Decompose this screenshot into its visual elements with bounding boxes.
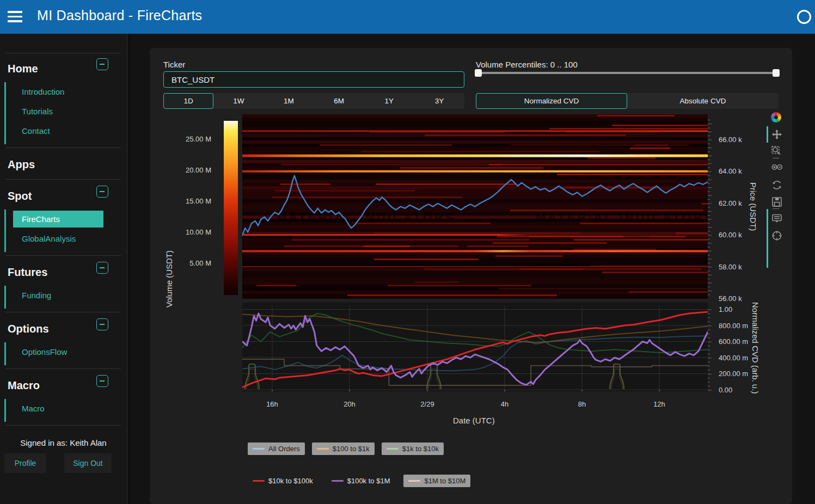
legend-item-all-orders[interactable]: All Orders <box>248 442 305 455</box>
legend-label: $100 to $1k <box>333 445 370 453</box>
volume-colorbar <box>224 121 238 295</box>
collapse-button-options[interactable] <box>96 318 108 330</box>
legend-row-small-orders: All Orders$100 to $1k$1k to $10k <box>248 442 444 455</box>
legend-label: $100k to $1M <box>347 477 390 485</box>
price-tick-label: 62.00 k <box>719 199 742 207</box>
section-heading-options: Options <box>8 323 49 335</box>
sidebar-section-divider <box>5 147 121 148</box>
legend-swatch <box>253 480 265 482</box>
sidebar-section-divider <box>5 425 121 426</box>
range-button-1d[interactable]: 1D <box>163 93 213 109</box>
colorbar-tick-label: 20.00 M <box>163 166 211 174</box>
save-icon[interactable] <box>771 196 783 208</box>
range-button-1w[interactable]: 1W <box>213 93 264 109</box>
percentile-slider-track[interactable] <box>476 72 779 74</box>
autoscale-icon[interactable] <box>771 179 783 191</box>
section-accent-bar <box>4 286 6 309</box>
ticker-input[interactable] <box>163 71 464 88</box>
box-zoom-icon[interactable] <box>771 145 783 157</box>
cvd-button-absolute-cvd[interactable]: Absolute CVD <box>627 93 779 109</box>
pan-icon[interactable] <box>771 128 783 140</box>
signed-in-text: Signed in as: Keith Alan <box>0 438 127 447</box>
app-header: MI Dashboard - FireCharts <box>0 0 815 34</box>
section-heading-futures: Futures <box>8 266 47 279</box>
section-heading-apps: Apps <box>8 158 35 171</box>
price-volume-heatmap[interactable]: MATERIAL INDICATORSMATERIAL INDICATORS <box>242 114 708 299</box>
toolbar-active-bar <box>767 209 768 268</box>
svg-text:MATERIAL INDICATORS: MATERIAL INDICATORS <box>536 211 708 224</box>
x-tick-label: 20h <box>339 400 360 408</box>
x-tick-label: 4h <box>494 400 516 408</box>
legend-label: $1M to $10M <box>424 477 465 485</box>
right-axis-ticks <box>708 112 720 408</box>
profile-button[interactable]: Profile <box>4 453 46 473</box>
price-tick-label: 60.00 k <box>719 231 742 239</box>
cvd-button-normalized-cvd[interactable]: Normalized CVD <box>476 93 627 109</box>
sidebar-section-divider <box>5 312 121 312</box>
percentile-slider-handle-low[interactable] <box>475 69 482 77</box>
section-accent-bar <box>4 210 6 252</box>
cvd-tick-label: 0.00 <box>719 386 732 394</box>
cvd-axis-title: Normalized CVD (arb. u.) <box>751 302 760 394</box>
legend-item--10k-to-100k[interactable]: $10k to $100k <box>248 475 318 487</box>
sidebar-item-introduction[interactable]: Introduction <box>13 83 111 100</box>
range-button-6m[interactable]: 6M <box>314 93 364 109</box>
range-button-1y[interactable]: 1Y <box>364 93 414 109</box>
price-tick-label: 64.00 k <box>719 167 742 175</box>
range-button-1m[interactable]: 1M <box>264 93 314 109</box>
hamburger-menu-icon[interactable] <box>8 11 22 23</box>
sidebar-item-tutorials[interactable]: Tutorials <box>13 103 111 120</box>
x-tick-label: 16h <box>261 400 283 408</box>
section-accent-bar <box>4 342 6 365</box>
app-root: MI Dashboard - FireCharts HomeIntroducti… <box>0 0 815 504</box>
sign-out-button[interactable]: Sign Out <box>64 453 112 473</box>
sidebar-item-optionsflow[interactable]: OptionsFlow <box>13 343 111 360</box>
section-accent-bar <box>4 82 6 144</box>
legend-item--100k-to-1m[interactable]: $100k to $1M <box>327 475 395 487</box>
cvd-line-chart[interactable] <box>242 303 708 391</box>
price-tick-label: 58.00 k <box>719 263 742 271</box>
collapse-button-spot[interactable] <box>96 186 108 198</box>
legend-row-large-orders: $10k to $100k$100k to $1M$1M to $10M <box>248 475 470 487</box>
sidebar-item-globalanalysis[interactable]: GlobalAnalysis <box>13 230 111 247</box>
cvd-toggle-group: Normalized CVDAbsolute CVD <box>476 93 779 109</box>
toolbar-separator <box>773 208 779 209</box>
hover-labels-icon[interactable] <box>771 213 783 225</box>
cvd-tick-label: 400.00 m <box>719 354 748 362</box>
percentile-slider-handle-high[interactable] <box>773 69 780 77</box>
collapse-button-home[interactable] <box>96 58 108 70</box>
section-heading-macro: Macro <box>8 379 40 392</box>
ticker-label: Ticker <box>163 60 185 69</box>
price-tick-label: 56.00 k <box>719 294 742 303</box>
collapse-button-macro[interactable] <box>96 375 108 387</box>
legend-item--1k-to-10k[interactable]: $1k to $10k <box>382 442 444 455</box>
cvd-tick-label: 600.00 m <box>719 337 748 346</box>
zoom-in-out-icon[interactable] <box>771 162 783 174</box>
toolbar-active-bar <box>767 126 768 143</box>
price-axis-title: Price (USDT) <box>749 182 758 231</box>
sidebar: HomeIntroductionTutorialsContactAppsSpot… <box>0 34 127 504</box>
sidebar-item-macro[interactable]: Macro <box>13 400 111 417</box>
crosshair-icon[interactable] <box>771 230 783 242</box>
legend-item--1m-to-10m[interactable]: $1M to $10M <box>403 475 470 487</box>
sidebar-item-firecharts[interactable]: FireCharts <box>13 211 103 228</box>
legend-label: $10k to $100k <box>268 477 313 485</box>
cvd-tick-label: 1.00 <box>719 305 732 314</box>
section-accent-bar <box>4 399 6 422</box>
x-tick-label: 2/29 <box>416 400 438 408</box>
legend-item--100-to-1k[interactable]: $100 to $1k <box>312 442 375 455</box>
colorbar-tick-label: 15.00 M <box>163 197 211 205</box>
status-circle-icon[interactable] <box>797 10 811 24</box>
section-heading-spot: Spot <box>8 190 32 202</box>
legend-label: All Orders <box>268 445 300 453</box>
volume-percentiles-label: Volume Percentiles: 0 .. 100 <box>476 60 578 69</box>
sidebar-item-contact[interactable]: Contact <box>13 122 111 139</box>
plotly-logo-icon[interactable] <box>771 112 781 122</box>
x-tick-label: 12h <box>648 400 670 408</box>
sidebar-item-funding[interactable]: Funding <box>13 287 111 304</box>
collapse-button-futures[interactable] <box>96 262 108 274</box>
legend-swatch <box>317 448 329 450</box>
range-button-3y[interactable]: 3Y <box>414 93 464 109</box>
legend-swatch <box>332 480 344 482</box>
section-heading-home: Home <box>8 63 38 75</box>
